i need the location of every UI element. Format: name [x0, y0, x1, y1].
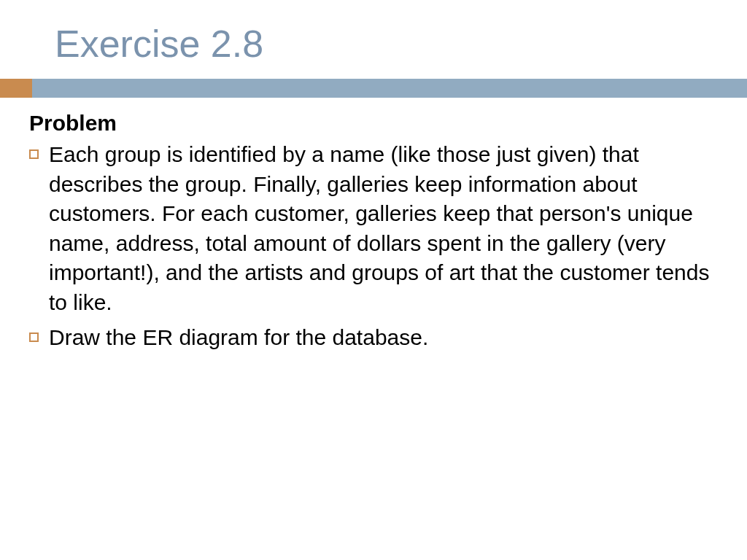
bullet-icon [29, 149, 39, 159]
divider-accent [0, 79, 32, 98]
bullet-text: Draw the ER diagram for the database. [49, 323, 428, 353]
slide-container: Exercise 2.8 Problem Each group is ident… [0, 0, 747, 560]
content-area: Problem Each group is identified by a na… [0, 111, 747, 353]
bullet-text: Each group is identified by a name (like… [49, 140, 711, 317]
bullet-icon [29, 332, 39, 342]
list-item: Each group is identified by a name (like… [29, 140, 711, 317]
list-item: Draw the ER diagram for the database. [29, 323, 711, 353]
slide-title: Exercise 2.8 [0, 22, 747, 66]
divider-band [0, 79, 747, 98]
problem-heading: Problem [29, 111, 711, 136]
